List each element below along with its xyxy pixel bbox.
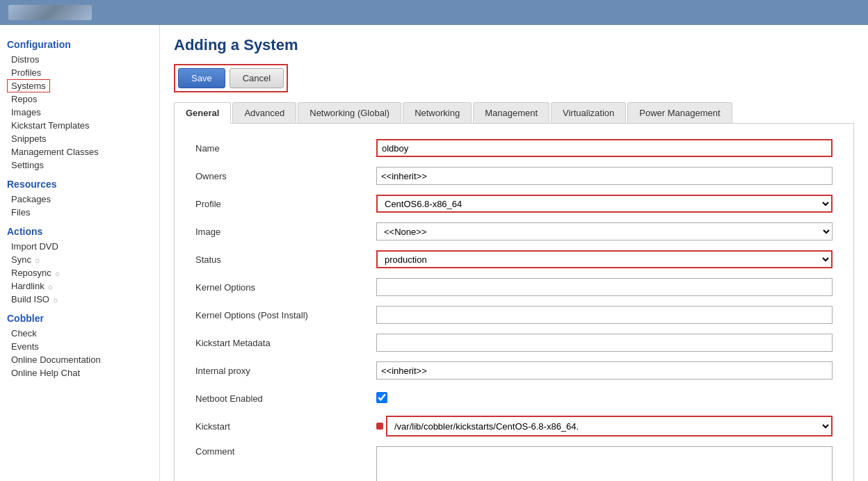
tab-power-management[interactable]: Power Management [627,102,732,123]
status-label: Status [195,254,376,265]
sync-spin-icon: ☼ [34,256,41,264]
kickstart-label: Kickstart [195,421,376,432]
kickstart-row: Kickstart /var/lib/cobbler/kickstarts/Ce… [195,416,833,437]
owners-label: Owners [195,171,376,181]
sidebar-item-snippets[interactable]: Snippets [7,132,152,145]
sidebar-item-distros[interactable]: Distros [7,53,152,66]
kickstart-field: /var/lib/cobbler/kickstarts/CentOS-6.8-x… [376,416,833,437]
sidebar-item-profiles[interactable]: Profiles [7,66,152,79]
sidebar-item-check[interactable]: Check [7,327,152,340]
profile-label: Profile [195,199,376,209]
sidebar-item-online-docs[interactable]: Online Documentation [7,353,152,366]
kickstart-select[interactable]: /var/lib/cobbler/kickstarts/CentOS-6.8-x… [387,417,831,435]
image-field: <<None>> [376,222,833,241]
internal-proxy-label: Internal proxy [195,366,376,376]
sidebar-item-systems[interactable]: Systems [7,79,50,92]
tab-virtualization[interactable]: Virtualization [551,102,626,123]
build-iso-spin-icon: ☼ [52,295,59,304]
sidebar-item-management-classes[interactable]: Management Classes [7,145,152,158]
internal-proxy-row: Internal proxy [195,360,833,381]
comment-field [376,446,833,481]
status-row: Status production development testing ma… [195,249,833,270]
internal-proxy-input[interactable] [376,361,833,380]
profile-row: Profile CentOS6.8-x86_64 <<inherit>> [195,193,833,214]
owners-field [376,167,833,185]
netboot-enabled-label: Netboot Enabled [195,393,376,404]
comment-row: Comment [195,443,833,481]
tabs-container: General Advanced Networking (Global) Net… [174,102,854,124]
hardlink-spin-icon: ☼ [47,282,54,291]
profile-select[interactable]: CentOS6.8-x86_64 <<inherit>> [376,195,833,213]
cobbler-section-title: Cobbler [7,313,152,324]
kernel-options-field [376,278,833,296]
sidebar-item-import-dvd[interactable]: Import DVD [7,240,152,253]
main-content: Adding a System Save Cancel General Adva… [160,25,868,481]
netboot-enabled-field [376,392,833,405]
sidebar-item-events[interactable]: Events [7,340,152,353]
tab-general[interactable]: General [174,102,231,124]
sidebar: Configuration Distros Profiles Systems R… [0,25,160,481]
status-field: production development testing maintenan… [376,250,833,268]
form-container: Name Owners Profile CentOS6.8-x86_64 < [174,124,854,481]
sidebar-item-repos[interactable]: Repos [7,92,152,106]
page-title: Adding a System [174,36,854,54]
tab-networking[interactable]: Networking [403,102,472,123]
tab-advanced[interactable]: Advanced [232,102,296,123]
internal-proxy-field [376,361,833,380]
cancel-button[interactable]: Cancel [230,68,284,88]
kickstart-metadata-label: Kickstart Metadata [195,338,376,348]
name-field [376,139,833,157]
sidebar-item-files[interactable]: Files [7,206,152,219]
sidebar-item-images[interactable]: Images [7,106,152,119]
sidebar-item-kickstart-templates[interactable]: Kickstart Templates [7,119,152,132]
owners-row: Owners [195,165,833,186]
netboot-enabled-row: Netboot Enabled [195,388,833,409]
image-select[interactable]: <<None>> [376,222,833,241]
comment-textarea[interactable] [376,446,833,481]
sidebar-item-reposync[interactable]: Reposync ☼ [7,266,152,279]
kernel-options-post-label: Kernel Options (Post Install) [195,310,376,320]
kernel-options-row: Kernel Options [195,277,833,297]
kickstart-select-wrapper: /var/lib/cobbler/kickstarts/CentOS-6.8-x… [386,416,833,437]
netboot-enabled-checkbox[interactable] [376,392,387,403]
tab-management[interactable]: Management [473,102,549,123]
sidebar-item-online-help[interactable]: Online Help Chat [7,366,152,380]
resources-section-title: Resources [7,179,152,190]
name-label: Name [195,143,376,154]
kernel-options-post-field [376,306,833,324]
image-row: Image <<None>> [195,221,833,242]
kickstart-metadata-input[interactable] [376,334,833,352]
kernel-options-post-row: Kernel Options (Post Install) [195,304,833,325]
name-input[interactable] [376,139,833,157]
kernel-options-label: Kernel Options [195,282,376,293]
kernel-options-post-input[interactable] [376,306,833,324]
kickstart-metadata-field [376,334,833,352]
image-label: Image [195,227,376,237]
configuration-section-title: Configuration [7,39,152,50]
comment-label: Comment [195,446,376,457]
name-row: Name [195,138,833,158]
actions-section-title: Actions [7,226,152,237]
tab-networking-global[interactable]: Networking (Global) [298,102,401,123]
reposync-spin-icon: ☼ [54,269,61,277]
owners-input[interactable] [376,167,833,185]
status-select[interactable]: production development testing maintenan… [376,250,833,268]
toolbar: Save Cancel [174,64,288,92]
kernel-options-input[interactable] [376,278,833,296]
kickstart-indicator-icon [376,423,383,430]
sidebar-item-sync[interactable]: Sync ☼ [7,253,152,266]
save-button[interactable]: Save [178,68,225,88]
sidebar-item-hardlink[interactable]: Hardlink ☼ [7,279,152,293]
profile-field: CentOS6.8-x86_64 <<inherit>> [376,195,833,213]
sidebar-item-settings[interactable]: Settings [7,158,152,172]
sidebar-item-build-iso[interactable]: Build ISO ☼ [7,293,152,306]
sidebar-item-packages[interactable]: Packages [7,193,152,206]
logo [8,5,92,20]
header [0,0,868,25]
kickstart-metadata-row: Kickstart Metadata [195,332,833,353]
